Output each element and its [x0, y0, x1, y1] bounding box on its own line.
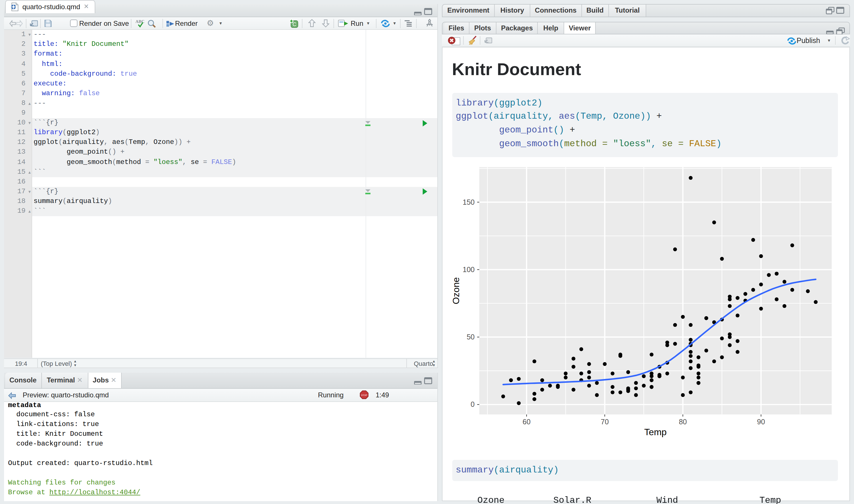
svg-text:150: 150 [462, 198, 474, 206]
svg-text:STOP: STOP [361, 394, 367, 396]
svg-text:Ozone: Ozone [451, 277, 461, 304]
svg-text:0: 0 [470, 400, 474, 408]
svg-text:100: 100 [462, 265, 474, 273]
svg-text:50: 50 [466, 332, 474, 341]
svg-text:70: 70 [600, 417, 608, 426]
svg-text:60: 60 [522, 417, 530, 426]
svg-text:ABC: ABC [136, 19, 145, 23]
svg-text:80: 80 [679, 417, 687, 426]
svg-text:Temp: Temp [644, 427, 666, 437]
svg-text:90: 90 [757, 417, 765, 426]
svg-text:C: C [293, 21, 296, 27]
